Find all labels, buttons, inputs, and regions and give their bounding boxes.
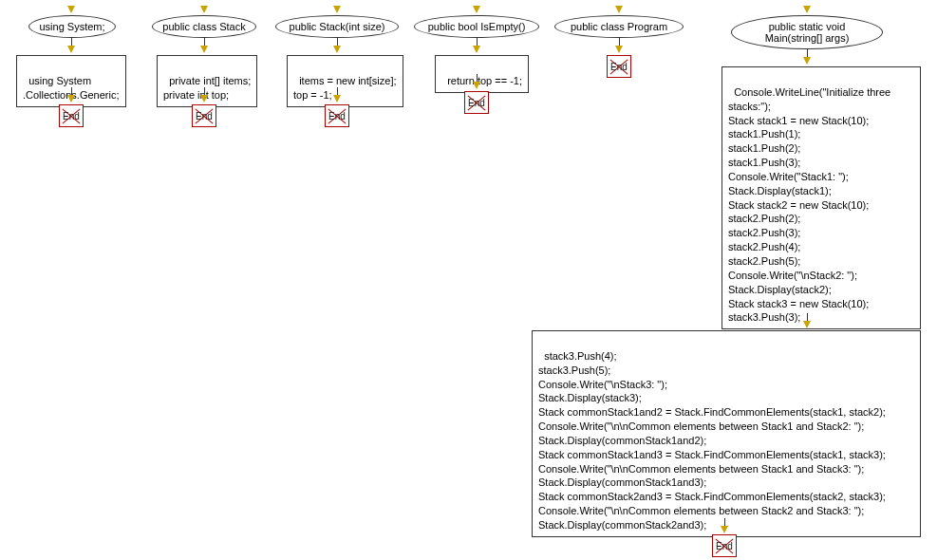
start-ellipse-class-stack: public class Stack (152, 15, 256, 38)
ellipse-label: public class Stack (162, 21, 245, 32)
start-ellipse-stack-ctor: public Stack(int size) (275, 15, 399, 38)
ellipse-label: public class Program (571, 21, 667, 32)
end-label: End (196, 111, 213, 121)
end-label: End (468, 98, 485, 108)
code-box-return-top: return top == -1; (435, 55, 529, 93)
box-text: return top == -1; (447, 75, 522, 86)
ellipse-label: public static void Main(string[] args) (765, 21, 850, 44)
end-node: End (192, 104, 216, 127)
end-node: End (464, 91, 489, 114)
start-ellipse-class-program: public class Program (554, 15, 684, 38)
ellipse-label: public Stack(int size) (290, 21, 385, 32)
end-label: End (716, 541, 733, 551)
box-text: stack3.Push(4); stack3.Push(5); Console.… (538, 350, 886, 531)
end-label: End (610, 62, 628, 72)
code-box-main-body-2: stack3.Push(4); stack3.Push(5); Console.… (532, 330, 921, 537)
start-ellipse-isempty: public bool IsEmpty() (414, 15, 539, 38)
end-label: End (63, 111, 80, 121)
end-label: End (328, 111, 346, 121)
ellipse-label: public bool IsEmpty() (428, 21, 526, 32)
box-text: Console.WriteLine("Initialize three stac… (728, 86, 890, 324)
ellipse-label: using System; (39, 21, 104, 32)
code-box-main-body-1: Console.WriteLine("Initialize three stac… (721, 66, 921, 329)
code-box-items-new: items = new int[size]; top = -1; (287, 55, 403, 107)
box-text: items = new int[size]; top = -1; (293, 75, 397, 101)
end-node: End (325, 104, 349, 127)
start-ellipse-main: public static void Main(string[] args) (731, 15, 883, 49)
start-ellipse-using-system: using System; (28, 15, 116, 38)
end-node: End (712, 534, 737, 557)
end-node: End (607, 55, 631, 78)
end-node: End (59, 104, 84, 127)
